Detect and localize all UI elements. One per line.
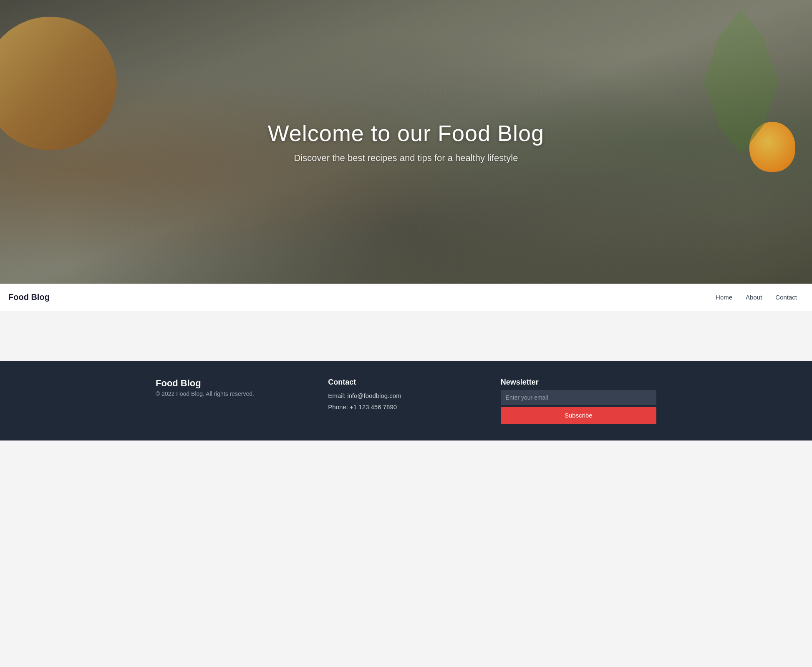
newsletter-subscribe-button[interactable]: Subscribe [501, 407, 656, 424]
nav-link-about[interactable]: About [739, 290, 769, 304]
footer-contact-heading: Contact [328, 378, 484, 387]
hero-subtitle: Discover the best recipes and tips for a… [268, 153, 544, 164]
footer-contact-email: Email: info@foodblog.com [328, 390, 484, 401]
footer-brand-name: Food Blog [156, 378, 311, 389]
footer-contact-phone: Phone: +1 123 456 7890 [328, 401, 484, 413]
nav-link-contact[interactable]: Contact [769, 290, 804, 304]
footer-newsletter-heading: Newsletter [501, 378, 656, 387]
nav-item-contact[interactable]: Contact [769, 290, 804, 304]
newsletter-email-input[interactable] [501, 390, 656, 405]
navbar: Food Blog Home About Contact [0, 284, 812, 311]
hero-content: Welcome to our Food Blog Discover the be… [251, 103, 561, 180]
footer-copyright: © 2022 Food Blog. All rights reserved. [156, 390, 311, 397]
main-content [0, 311, 812, 361]
footer-newsletter-col: Newsletter Subscribe [501, 378, 656, 424]
hero-section: Welcome to our Food Blog Discover the be… [0, 0, 812, 284]
footer-brand-col: Food Blog © 2022 Food Blog. All rights r… [156, 378, 311, 424]
footer: Food Blog © 2022 Food Blog. All rights r… [0, 361, 812, 440]
footer-inner: Food Blog © 2022 Food Blog. All rights r… [156, 378, 656, 424]
nav-item-home[interactable]: Home [709, 290, 739, 304]
navbar-links: Home About Contact [709, 290, 804, 304]
hero-title: Welcome to our Food Blog [268, 120, 544, 146]
footer-contact-col: Contact Email: info@foodblog.com Phone: … [328, 378, 484, 424]
nav-link-home[interactable]: Home [709, 290, 739, 304]
nav-item-about[interactable]: About [739, 290, 769, 304]
navbar-brand[interactable]: Food Blog [8, 292, 50, 302]
